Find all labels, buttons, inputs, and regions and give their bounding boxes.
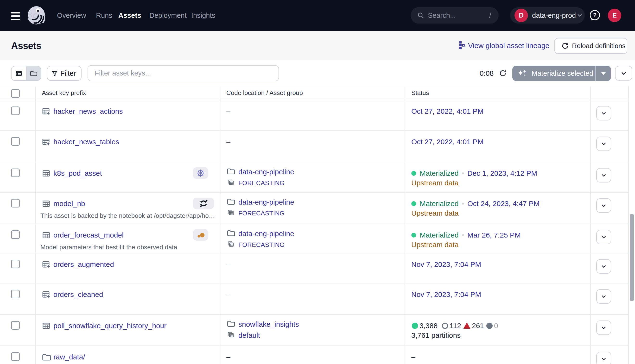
svg-text:?: ? <box>593 12 596 18</box>
